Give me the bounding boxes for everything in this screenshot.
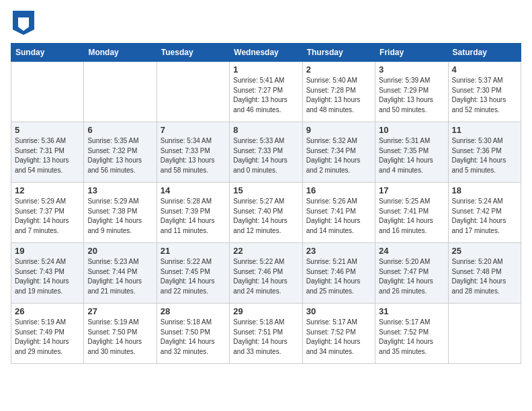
- day-number: 2: [306, 64, 371, 75]
- day-info: Sunrise: 5:34 AMSunset: 7:33 PMDaylight:…: [161, 136, 226, 175]
- day-info: Sunrise: 5:32 AMSunset: 7:34 PMDaylight:…: [306, 136, 371, 175]
- day-number: 1: [233, 64, 298, 75]
- day-number: 8: [233, 125, 298, 135]
- calendar-cell: 21Sunrise: 5:22 AMSunset: 7:45 PMDayligh…: [157, 243, 229, 304]
- day-info: Sunrise: 5:31 AMSunset: 7:35 PMDaylight:…: [379, 136, 444, 175]
- day-info: Sunrise: 5:36 AMSunset: 7:31 PMDaylight:…: [15, 136, 80, 175]
- day-info: Sunrise: 5:20 AMSunset: 7:47 PMDaylight:…: [379, 257, 444, 296]
- day-number: 28: [161, 306, 226, 316]
- calendar-cell: 6Sunrise: 5:35 AMSunset: 7:32 PMDaylight…: [84, 122, 157, 183]
- day-info: Sunrise: 5:29 AMSunset: 7:37 PMDaylight:…: [15, 197, 80, 236]
- calendar-cell: 1Sunrise: 5:41 AMSunset: 7:27 PMDaylight…: [230, 62, 302, 122]
- calendar-cell: 5Sunrise: 5:36 AMSunset: 7:31 PMDaylight…: [11, 122, 84, 183]
- calendar-cell: [157, 62, 229, 122]
- day-header-monday: Monday: [84, 44, 157, 62]
- day-number: 14: [161, 185, 226, 195]
- day-info: Sunrise: 5:24 AMSunset: 7:43 PMDaylight:…: [15, 257, 80, 296]
- day-number: 16: [306, 185, 371, 195]
- calendar-cell: 7Sunrise: 5:34 AMSunset: 7:33 PMDaylight…: [157, 122, 229, 183]
- day-info: Sunrise: 5:37 AMSunset: 7:30 PMDaylight:…: [452, 76, 517, 115]
- day-number: 5: [15, 125, 80, 135]
- calendar-cell: 30Sunrise: 5:17 AMSunset: 7:52 PMDayligh…: [302, 304, 375, 364]
- day-info: Sunrise: 5:27 AMSunset: 7:40 PMDaylight:…: [233, 197, 298, 236]
- calendar-cell: 29Sunrise: 5:18 AMSunset: 7:51 PMDayligh…: [230, 304, 302, 364]
- calendar-cell: 19Sunrise: 5:24 AMSunset: 7:43 PMDayligh…: [11, 243, 84, 304]
- day-info: Sunrise: 5:18 AMSunset: 7:51 PMDaylight:…: [233, 318, 298, 357]
- day-info: Sunrise: 5:21 AMSunset: 7:46 PMDaylight:…: [306, 257, 371, 296]
- day-number: 29: [233, 306, 298, 316]
- calendar-cell: 23Sunrise: 5:21 AMSunset: 7:46 PMDayligh…: [302, 243, 375, 304]
- day-number: 20: [87, 246, 152, 256]
- day-number: 11: [452, 125, 517, 135]
- day-number: 13: [87, 185, 152, 195]
- day-number: 26: [15, 306, 80, 316]
- day-number: 7: [161, 125, 226, 135]
- day-info: Sunrise: 5:23 AMSunset: 7:44 PMDaylight:…: [87, 257, 152, 296]
- day-info: Sunrise: 5:35 AMSunset: 7:32 PMDaylight:…: [87, 136, 152, 175]
- day-info: Sunrise: 5:24 AMSunset: 7:42 PMDaylight:…: [452, 197, 517, 236]
- calendar-cell: 14Sunrise: 5:28 AMSunset: 7:39 PMDayligh…: [157, 183, 229, 243]
- calendar-cell: 31Sunrise: 5:17 AMSunset: 7:52 PMDayligh…: [375, 304, 448, 364]
- logo: [11, 11, 34, 35]
- day-header-sunday: Sunday: [11, 44, 84, 62]
- calendar-cell: 9Sunrise: 5:32 AMSunset: 7:34 PMDaylight…: [302, 122, 375, 183]
- day-number: 17: [379, 185, 444, 195]
- day-header-wednesday: Wednesday: [230, 44, 302, 62]
- calendar-cell: 11Sunrise: 5:30 AMSunset: 7:36 PMDayligh…: [448, 122, 521, 183]
- day-number: 12: [15, 185, 80, 195]
- day-info: Sunrise: 5:22 AMSunset: 7:45 PMDaylight:…: [161, 257, 226, 296]
- calendar-cell: 13Sunrise: 5:29 AMSunset: 7:38 PMDayligh…: [84, 183, 157, 243]
- calendar-week-row: 5Sunrise: 5:36 AMSunset: 7:31 PMDaylight…: [11, 122, 521, 183]
- calendar-cell: 2Sunrise: 5:40 AMSunset: 7:28 PMDaylight…: [302, 62, 375, 122]
- calendar-cell: [11, 62, 84, 122]
- calendar-cell: 3Sunrise: 5:39 AMSunset: 7:29 PMDaylight…: [375, 62, 448, 122]
- day-header-tuesday: Tuesday: [157, 44, 229, 62]
- day-info: Sunrise: 5:30 AMSunset: 7:36 PMDaylight:…: [452, 136, 517, 175]
- calendar-cell: 22Sunrise: 5:22 AMSunset: 7:46 PMDayligh…: [230, 243, 302, 304]
- day-header-thursday: Thursday: [302, 44, 375, 62]
- calendar-week-row: 12Sunrise: 5:29 AMSunset: 7:37 PMDayligh…: [11, 183, 521, 243]
- day-number: 23: [306, 246, 371, 256]
- calendar-cell: 10Sunrise: 5:31 AMSunset: 7:35 PMDayligh…: [375, 122, 448, 183]
- calendar-cell: 28Sunrise: 5:18 AMSunset: 7:50 PMDayligh…: [157, 304, 229, 364]
- day-number: 30: [306, 306, 371, 316]
- day-number: 21: [161, 246, 226, 256]
- calendar-week-row: 1Sunrise: 5:41 AMSunset: 7:27 PMDaylight…: [11, 62, 521, 122]
- day-info: Sunrise: 5:40 AMSunset: 7:28 PMDaylight:…: [306, 76, 371, 115]
- day-info: Sunrise: 5:41 AMSunset: 7:27 PMDaylight:…: [233, 76, 298, 115]
- day-header-saturday: Saturday: [448, 44, 521, 62]
- calendar-cell: [448, 304, 521, 364]
- calendar-cell: 20Sunrise: 5:23 AMSunset: 7:44 PMDayligh…: [84, 243, 157, 304]
- calendar-cell: 24Sunrise: 5:20 AMSunset: 7:47 PMDayligh…: [375, 243, 448, 304]
- calendar-cell: 8Sunrise: 5:33 AMSunset: 7:33 PMDaylight…: [230, 122, 302, 183]
- day-info: Sunrise: 5:19 AMSunset: 7:50 PMDaylight:…: [87, 318, 152, 357]
- day-info: Sunrise: 5:28 AMSunset: 7:39 PMDaylight:…: [161, 197, 226, 236]
- day-number: 24: [379, 246, 444, 256]
- day-number: 15: [233, 185, 298, 195]
- day-number: 6: [87, 125, 152, 135]
- calendar-cell: 18Sunrise: 5:24 AMSunset: 7:42 PMDayligh…: [448, 183, 521, 243]
- day-info: Sunrise: 5:22 AMSunset: 7:46 PMDaylight:…: [233, 257, 298, 296]
- day-number: 22: [233, 246, 298, 256]
- calendar-header-row: SundayMondayTuesdayWednesdayThursdayFrid…: [11, 44, 521, 62]
- calendar-cell: 26Sunrise: 5:19 AMSunset: 7:49 PMDayligh…: [11, 304, 84, 364]
- page-header: [11, 11, 521, 35]
- day-info: Sunrise: 5:17 AMSunset: 7:52 PMDaylight:…: [306, 318, 371, 357]
- day-number: 31: [379, 306, 444, 316]
- day-info: Sunrise: 5:18 AMSunset: 7:50 PMDaylight:…: [161, 318, 226, 357]
- calendar-week-row: 19Sunrise: 5:24 AMSunset: 7:43 PMDayligh…: [11, 243, 521, 304]
- day-info: Sunrise: 5:33 AMSunset: 7:33 PMDaylight:…: [233, 136, 298, 175]
- calendar-cell: 25Sunrise: 5:20 AMSunset: 7:48 PMDayligh…: [448, 243, 521, 304]
- day-number: 3: [379, 64, 444, 75]
- day-number: 18: [452, 185, 517, 195]
- calendar-week-row: 26Sunrise: 5:19 AMSunset: 7:49 PMDayligh…: [11, 304, 521, 364]
- calendar-cell: [84, 62, 157, 122]
- day-info: Sunrise: 5:19 AMSunset: 7:49 PMDaylight:…: [15, 318, 80, 357]
- calendar-table: SundayMondayTuesdayWednesdayThursdayFrid…: [11, 43, 521, 364]
- day-number: 9: [306, 125, 371, 135]
- day-number: 25: [452, 246, 517, 256]
- calendar-cell: 12Sunrise: 5:29 AMSunset: 7:37 PMDayligh…: [11, 183, 84, 243]
- calendar-cell: 27Sunrise: 5:19 AMSunset: 7:50 PMDayligh…: [84, 304, 157, 364]
- day-info: Sunrise: 5:20 AMSunset: 7:48 PMDaylight:…: [452, 257, 517, 296]
- day-info: Sunrise: 5:25 AMSunset: 7:41 PMDaylight:…: [379, 197, 444, 236]
